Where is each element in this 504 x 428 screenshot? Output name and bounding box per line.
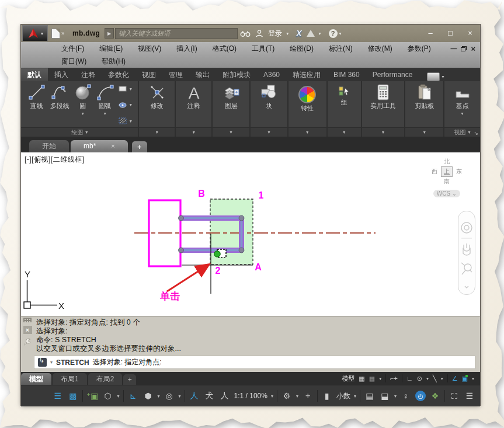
lock-ui-icon[interactable]: ⬓	[379, 389, 391, 402]
rectangle-tool-button[interactable]: ▾	[118, 84, 132, 93]
navigation-bar[interactable]	[458, 211, 475, 295]
object-snap-caret-icon[interactable]: ▾	[472, 376, 474, 381]
view-panel-footer[interactable]: 视图▾ ↘	[444, 127, 480, 137]
viewcube-west[interactable]: 西	[432, 168, 437, 176]
wcs-menu[interactable]: WCS ⌄	[433, 190, 461, 197]
modify-panel-footer[interactable]: ▾	[139, 127, 175, 137]
signin-caret-icon[interactable]: ▾	[286, 31, 289, 36]
hardware-acceleration-icon[interactable]: ◴	[415, 391, 426, 401]
properties-panel-footer[interactable]: ▾	[289, 127, 326, 137]
menu-format[interactable]: 格式(O)	[205, 42, 244, 55]
annotation-visibility-icon[interactable]: 人	[189, 389, 200, 402]
ellipse-tool-button[interactable]: ▾	[118, 100, 132, 110]
command-close-icon[interactable]: ×	[23, 326, 32, 334]
clipboard-panel-footer[interactable]: ▾	[405, 127, 443, 137]
customization-menu-icon[interactable]: ☰	[464, 389, 475, 402]
units-value[interactable]: 小数	[336, 391, 350, 401]
command-options-caret-icon[interactable]: ▾	[50, 360, 53, 365]
a360-caret-icon[interactable]: ▾	[319, 31, 321, 36]
menu-view[interactable]: 视图(V)	[130, 42, 169, 55]
search-input[interactable]	[115, 28, 238, 39]
annotation-scale-value[interactable]: 1:1 / 100%	[234, 392, 267, 400]
a360-icon[interactable]	[307, 30, 315, 37]
isolate-objects-icon[interactable]: ♀	[400, 389, 412, 402]
command-history[interactable]: 选择对象: 指定对角点: 找到 0 个 选择对象: 命令: S STRETCH …	[34, 316, 480, 372]
modify-button[interactable]: 修改	[147, 82, 168, 127]
minimize-button[interactable]: –	[420, 25, 440, 42]
3d-cube-icon[interactable]: ⬢	[142, 389, 154, 402]
basepoint-button[interactable]: 基点 ▾	[452, 82, 473, 127]
app-menu-button[interactable]: ▾	[22, 25, 48, 41]
ribbon-tab-view[interactable]: 视图	[135, 68, 162, 81]
menu-tools[interactable]: 工具(T)	[244, 42, 282, 55]
draw-panel-footer[interactable]: 绘图▾	[21, 127, 138, 137]
ribbon-tab-insert[interactable]: 插入	[48, 68, 75, 81]
exchange-apps-icon[interactable]: X	[296, 29, 301, 38]
arc-button[interactable]: 圆弧 ▾	[95, 82, 116, 127]
quick-calc-icon[interactable]: ▤	[364, 389, 376, 402]
menu-dimension[interactable]: 标注(N)	[321, 42, 360, 55]
new-layout-button[interactable]: +	[123, 374, 136, 385]
transparency-icon[interactable]: ▩	[67, 389, 79, 402]
group-panel-footer[interactable]: ▾	[328, 127, 361, 137]
menu-edit[interactable]: 编辑(E)	[92, 42, 130, 55]
polar-tracking-icon[interactable]: ⊙	[417, 375, 422, 382]
ribbon-tab-annotate[interactable]: 注释	[75, 68, 102, 81]
selection-cycling-icon[interactable]: ⬡	[102, 389, 114, 402]
clipboard-button[interactable]: 剪贴板	[413, 82, 436, 127]
signin-label[interactable]: 登录	[266, 29, 284, 39]
scale-caret-icon[interactable]: ▾	[271, 394, 273, 399]
utilities-button[interactable]: 实用工具	[369, 82, 398, 127]
osnap-tracking-caret-icon[interactable]: ▾	[441, 376, 443, 381]
infer-constraints-icon[interactable]: ☰	[52, 389, 64, 402]
fullscreen-icon[interactable]: ⛶	[449, 389, 460, 402]
ortho-mode-icon[interactable]: ∟	[406, 375, 413, 382]
annotation-scale-icon[interactable]: 人	[219, 389, 231, 402]
ribbon-tab-manage[interactable]: 管理	[162, 68, 189, 81]
ribbon-tab-a360[interactable]: A360	[257, 68, 286, 81]
clean-screen-graphics-icon[interactable]: ❖	[429, 389, 441, 402]
ucs-icon-toggle[interactable]: ⊾	[127, 389, 139, 402]
viewcube-caret-icon[interactable]: ▾	[179, 394, 181, 399]
3d-cube-caret-icon[interactable]: ▾	[158, 394, 160, 399]
ribbon-tab-addins[interactable]: 附加模块	[216, 68, 257, 81]
file-tab-document[interactable]: mb* ×	[71, 140, 128, 152]
polar-caret-icon[interactable]: ▾	[426, 376, 429, 381]
viewcube-north[interactable]: 北	[444, 158, 450, 166]
units-caret-icon[interactable]: ▾	[354, 394, 356, 399]
signin-person-icon[interactable]	[255, 29, 263, 37]
block-button[interactable]: 块	[258, 82, 279, 127]
autoscale-icon[interactable]: 犬	[204, 389, 215, 402]
quick-properties-icon[interactable]: ⁺▣	[86, 389, 99, 402]
file-tab-close-icon[interactable]: ×	[111, 140, 114, 152]
menu-file[interactable]: 文件(F)	[54, 42, 92, 55]
ribbon-tab-featured-apps[interactable]: 精选应用	[286, 68, 327, 81]
menu-parametric[interactable]: 参数(P)	[400, 42, 439, 55]
ribbon-tab-bim360[interactable]: BIM 360	[327, 68, 366, 81]
viewcube-south[interactable]: 南	[444, 178, 450, 186]
snap-caret-icon[interactable]: ▾	[379, 376, 381, 381]
group-button[interactable]: 组	[336, 82, 352, 127]
annotate-panel-footer[interactable]: ▾	[176, 127, 211, 137]
selection-cycling-caret-icon[interactable]: ▾	[117, 394, 120, 399]
menu-draw[interactable]: 绘图(D)	[282, 42, 321, 55]
qat-new-button[interactable]: »	[48, 29, 68, 39]
properties-button[interactable]: 特性	[297, 82, 318, 127]
grid-display-icon[interactable]: ▦	[359, 375, 364, 382]
workspace-gear-icon[interactable]: ⚙	[281, 389, 293, 402]
doc-close-button[interactable]: ×	[471, 44, 475, 53]
help-icon[interactable]: ?	[329, 29, 338, 38]
drawing-canvas[interactable]: [-][俯视][二维线框]	[21, 152, 480, 316]
units-ruler-icon[interactable]: ▮	[321, 389, 333, 402]
maximize-button[interactable]: □	[440, 25, 460, 42]
viewcube-toggle-icon[interactable]: ◎	[164, 389, 175, 402]
annotation-monitor-icon[interactable]: ＋	[302, 389, 314, 402]
isodraft-icon[interactable]: ∠	[452, 375, 458, 382]
close-button[interactable]: ×	[460, 25, 480, 42]
model-tab[interactable]: 模型	[21, 373, 51, 385]
menu-window[interactable]: 窗口(W)	[54, 55, 94, 68]
annotate-button[interactable]: A 注释	[183, 82, 204, 127]
ribbon-tab-output[interactable]: 输出	[189, 68, 216, 81]
block-panel-footer[interactable]: ▾	[251, 127, 287, 137]
ribbon-tab-parametric[interactable]: 参数化	[102, 68, 135, 81]
